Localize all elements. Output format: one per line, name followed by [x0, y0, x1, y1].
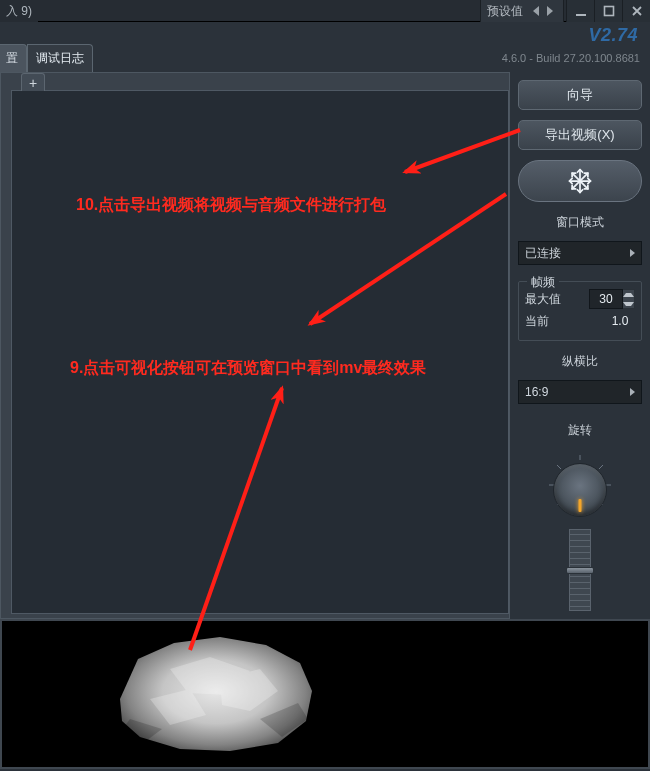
rotate-knob[interactable]	[553, 463, 607, 517]
window-title: 入 9)	[0, 0, 38, 22]
svg-rect-1	[604, 7, 613, 16]
annotation-9: 9.点击可视化按钮可在预览窗口中看到mv最终效果	[70, 358, 426, 379]
preset-prev-button[interactable]	[529, 0, 543, 22]
aspect-title: 纵横比	[518, 353, 642, 370]
triangle-left-icon	[533, 6, 539, 16]
version-label: V2.74	[588, 25, 638, 46]
svg-line-3	[557, 465, 561, 469]
fps-cur-label: 当前	[525, 313, 549, 330]
plus-icon: +	[29, 76, 37, 90]
maximize-button[interactable]	[594, 0, 622, 22]
window-mode-title: 窗口模式	[518, 214, 642, 231]
spinner-down-icon	[623, 302, 634, 306]
preview-canvas[interactable]	[11, 90, 509, 614]
fps-max-spinner[interactable]: 30	[589, 289, 635, 309]
triangle-right-icon	[547, 6, 553, 16]
window-title-bar: 入 9) 预设值	[0, 0, 650, 22]
chevron-right-icon	[630, 388, 635, 396]
preview-strip	[0, 619, 650, 769]
tab-bar: 置 调试日志	[0, 44, 93, 72]
preset-next-button[interactable]	[543, 0, 557, 22]
fps-cur-value: 1.0	[605, 314, 635, 328]
spinner-up-icon	[623, 293, 634, 297]
preset-label: 预设值	[487, 3, 523, 20]
export-video-button[interactable]: 导出视频(X)	[518, 120, 642, 150]
build-label: 4.6.0 - Build 27.20.100.8681	[502, 52, 640, 64]
tab-settings[interactable]: 置	[0, 44, 27, 72]
wizard-button[interactable]: 向导	[518, 80, 642, 110]
main-canvas-panel: +	[0, 72, 510, 619]
knob-indicator	[579, 499, 582, 512]
side-panel: 向导 导出视频(X) 窗口模式 已连接 帧频 最大值 30	[518, 80, 642, 611]
chevron-right-icon	[630, 249, 635, 257]
window-mode-value: 已连接	[525, 245, 561, 262]
rotate-title: 旋转	[518, 422, 642, 439]
fps-max-value: 30	[589, 289, 623, 309]
preview-content	[110, 629, 318, 755]
close-button[interactable]	[622, 0, 650, 22]
snowflake-icon	[566, 167, 594, 195]
fps-group: 帧频 最大值 30 当前 1.0	[518, 281, 642, 341]
scale-handle[interactable]	[566, 567, 594, 574]
window-system-buttons	[566, 0, 650, 22]
fps-max-label: 最大值	[525, 291, 561, 308]
close-icon	[631, 5, 643, 17]
preset-selector[interactable]: 预设值	[480, 0, 564, 22]
svg-rect-0	[576, 14, 586, 16]
minimize-icon	[575, 5, 587, 17]
aspect-dropdown[interactable]: 16:9	[518, 380, 642, 404]
header-bar: V2.74 4.6.0 - Build 27.20.100.8681 置 调试日…	[0, 22, 650, 72]
rotate-scale[interactable]	[569, 529, 591, 611]
add-tab-button[interactable]: +	[21, 73, 45, 91]
minimize-button[interactable]	[566, 0, 594, 22]
maximize-icon	[603, 5, 615, 17]
freeze-button[interactable]	[518, 160, 642, 202]
aspect-value: 16:9	[525, 385, 548, 399]
fps-group-title: 帧频	[527, 274, 559, 291]
window-mode-dropdown[interactable]: 已连接	[518, 241, 642, 265]
svg-line-4	[599, 465, 603, 469]
annotation-10: 10.点击导出视频将视频与音频文件进行打包	[76, 195, 386, 216]
tab-debug-log[interactable]: 调试日志	[27, 44, 93, 72]
